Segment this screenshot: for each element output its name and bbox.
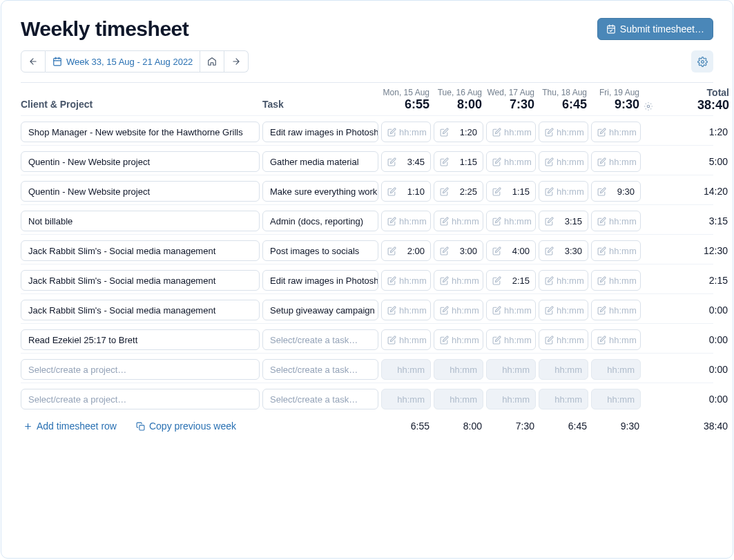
copy-previous-week-button[interactable]: Copy previous week [133, 419, 239, 433]
time-cell[interactable]: hh:mm [434, 270, 483, 291]
project-field[interactable]: Jack Rabbit Slim's - Social media manage… [21, 270, 260, 291]
project-field[interactable]: Select/create a project… [21, 359, 260, 380]
time-cell[interactable]: hh:mm [381, 329, 431, 350]
time-value: hh:mm [557, 186, 584, 197]
footer-day-sum-4: 9:30 [591, 421, 641, 432]
task-field[interactable]: Edit raw images in Photosh … [262, 122, 378, 142]
time-cell[interactable]: hh:mm [486, 329, 536, 350]
table-row: Not billableAdmin (docs, reporting)hh:mm… [21, 208, 713, 234]
task-field[interactable]: Admin (docs, reporting) [262, 211, 378, 231]
task-field[interactable]: Post images to socials [262, 240, 378, 261]
time-value: hh:mm [609, 157, 637, 167]
table-row: Jack Rabbit Slim's - Social media manage… [21, 238, 713, 264]
time-value: hh:mm [399, 127, 427, 137]
footer-day-sum-3: 6:45 [539, 421, 588, 432]
time-value: hh:mm [597, 365, 635, 375]
edit-icon [440, 306, 449, 315]
time-value: 3:30 [557, 246, 582, 256]
time-value: 1:15 [504, 186, 530, 197]
project-field[interactable]: Quentin - New Website project [21, 181, 260, 202]
project-field[interactable]: Quentin - New Website project [21, 151, 260, 172]
time-cell[interactable]: hh:mm [434, 211, 483, 231]
time-cell[interactable]: 2:00 [381, 240, 431, 261]
table-row: Read Ezekiel 25:17 to BrettSelect/create… [21, 327, 713, 353]
time-cell[interactable]: 3:00 [434, 240, 483, 261]
task-field[interactable]: Setup giveaway campaign [262, 300, 378, 320]
submit-timesheet-button[interactable]: Submit timesheet… [597, 18, 713, 40]
row-total: 3:15 [660, 215, 729, 226]
add-timesheet-row-button[interactable]: Add timesheet row [21, 419, 119, 433]
next-week-button[interactable] [224, 50, 249, 73]
time-cell[interactable]: hh:mm [486, 211, 536, 231]
edit-icon [597, 247, 606, 255]
time-cell[interactable]: hh:mm [381, 122, 431, 142]
time-cell[interactable]: hh:mm [486, 300, 536, 320]
time-cell[interactable]: 3:45 [381, 151, 431, 172]
time-cell[interactable]: 2:15 [486, 270, 536, 291]
task-field[interactable]: Make sure everything work … [262, 181, 378, 202]
day-columns-settings[interactable] [644, 102, 657, 113]
time-cell[interactable]: hh:mm [381, 300, 431, 320]
time-cell[interactable]: hh:mm [591, 300, 641, 320]
time-value: hh:mm [492, 394, 530, 405]
time-cell[interactable]: hh:mm [539, 151, 588, 172]
time-cell[interactable]: hh:mm [434, 300, 483, 320]
time-cell: hh:mm [486, 389, 536, 409]
time-cell[interactable]: hh:mm [539, 300, 588, 320]
arrow-left-icon [28, 57, 38, 66]
time-cell[interactable]: hh:mm [591, 151, 641, 172]
footer-day-sum-0: 6:55 [381, 421, 431, 432]
task-field[interactable]: Edit raw images in Photosh … [262, 270, 378, 291]
page-title: Weekly timesheet [21, 17, 189, 41]
time-cell[interactable]: hh:mm [591, 240, 641, 261]
time-cell[interactable]: hh:mm [539, 270, 588, 291]
time-cell[interactable]: hh:mm [381, 270, 431, 291]
table-row: Jack Rabbit Slim's - Social media manage… [21, 267, 713, 293]
task-field[interactable]: Gather media material [262, 151, 378, 172]
time-cell[interactable]: hh:mm [486, 151, 536, 172]
edit-icon [387, 157, 396, 166]
time-cell[interactable]: 1:15 [434, 151, 483, 172]
time-cell[interactable]: 3:15 [539, 211, 588, 231]
edit-icon [545, 128, 554, 137]
time-cell[interactable]: hh:mm [591, 211, 641, 231]
timesheet-settings-button[interactable] [691, 50, 713, 73]
column-header-client: Client & Project [21, 99, 260, 113]
project-field[interactable]: Jack Rabbit Slim's - Social media manage… [21, 300, 260, 320]
project-field[interactable]: Select/create a project… [21, 389, 260, 409]
time-value: hh:mm [452, 305, 479, 316]
project-field[interactable]: Jack Rabbit Slim's - Social media manage… [21, 240, 260, 261]
time-cell[interactable]: 4:00 [486, 240, 536, 261]
time-cell[interactable]: 1:15 [486, 181, 536, 202]
time-cell[interactable]: hh:mm [591, 122, 641, 142]
time-cell[interactable]: 9:30 [591, 181, 641, 202]
time-value: 3:00 [452, 246, 477, 256]
project-field[interactable]: Shop Manager - New website for the Hawth… [21, 122, 260, 142]
project-field[interactable]: Not billable [21, 211, 260, 231]
time-cell[interactable]: 1:20 [434, 122, 483, 142]
time-cell[interactable]: 3:30 [539, 240, 588, 261]
week-picker-button[interactable]: Week 33, 15 Aug - 21 Aug 2022 [46, 50, 200, 73]
project-field[interactable]: Read Ezekiel 25:17 to Brett [21, 329, 260, 350]
edit-icon [440, 276, 449, 285]
task-field[interactable]: Select/create a task… [262, 359, 378, 380]
prev-week-button[interactable] [21, 50, 46, 73]
time-value: hh:mm [504, 216, 532, 226]
time-cell[interactable]: hh:mm [381, 211, 431, 231]
today-button[interactable] [200, 50, 224, 73]
task-field[interactable]: Select/create a task… [262, 329, 378, 350]
time-cell[interactable]: hh:mm [591, 329, 641, 350]
home-icon [207, 57, 217, 66]
time-value: hh:mm [557, 157, 584, 167]
time-cell[interactable]: 2:25 [434, 181, 483, 202]
time-cell[interactable]: 1:10 [381, 181, 431, 202]
time-cell[interactable]: hh:mm [486, 122, 536, 142]
time-cell[interactable]: hh:mm [539, 329, 588, 350]
calendar-check-icon [606, 24, 616, 34]
row-total: 0:00 [660, 394, 729, 405]
time-cell[interactable]: hh:mm [539, 122, 588, 142]
time-cell[interactable]: hh:mm [434, 329, 483, 350]
time-cell[interactable]: hh:mm [591, 270, 641, 291]
time-cell[interactable]: hh:mm [539, 181, 588, 202]
task-field[interactable]: Select/create a task… [262, 389, 378, 409]
